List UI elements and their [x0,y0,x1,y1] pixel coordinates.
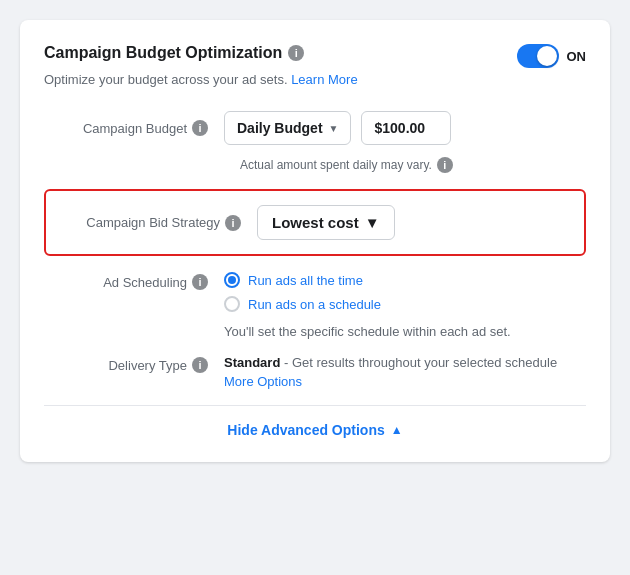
card-subtitle: Optimize your budget across your ad sets… [44,72,586,87]
radio-always-label: Run ads all the time [248,273,363,288]
radio-option-always: Run ads all the time [224,272,511,288]
radio-option-schedule: Run ads on a schedule [224,296,511,312]
radio-always-icon[interactable] [224,272,240,288]
cbo-toggle[interactable] [517,44,559,68]
card-title: Campaign Budget Optimization [44,44,282,62]
toggle-label: ON [567,49,587,64]
campaign-budget-row: Campaign Budget i Daily Budget ▼ [44,111,586,145]
toggle-knob [537,46,557,66]
scheduling-options: Run ads all the time Run ads on a schedu… [224,272,511,339]
budget-amount-input[interactable] [361,111,451,145]
bid-strategy-label: Campaign Bid Strategy i [62,215,257,231]
more-options-link[interactable]: More Options [224,374,302,389]
delivery-type-row: Delivery Type i Standard - Get results t… [44,355,586,389]
budget-type-dropdown[interactable]: Daily Budget ▼ [224,111,351,145]
ad-scheduling-row: Ad Scheduling i Run ads all the time Run… [44,272,586,339]
scheduling-info-icon[interactable]: i [192,274,208,290]
learn-more-link[interactable]: Learn More [291,72,357,87]
campaign-budget-optimization-card: Campaign Budget Optimization i ON Optimi… [20,20,610,462]
schedule-note: You'll set the specific schedule within … [224,324,511,339]
title-info-icon[interactable]: i [288,45,304,61]
delivery-info-icon[interactable]: i [192,357,208,373]
vary-note: Actual amount spent daily may vary. i [240,157,586,173]
ad-scheduling-label: Ad Scheduling i [44,272,224,290]
chevron-up-icon: ▲ [391,423,403,437]
vary-info-icon[interactable]: i [437,157,453,173]
delivery-bold-text: Standard [224,355,280,370]
bid-strategy-dropdown[interactable]: Lowest cost ▼ [257,205,395,240]
bid-strategy-info-icon[interactable]: i [225,215,241,231]
hide-advanced-label: Hide Advanced Options [227,422,384,438]
radio-schedule-label: Run ads on a schedule [248,297,381,312]
budget-dropdown-chevron-icon: ▼ [329,123,339,134]
delivery-type-label: Delivery Type i [44,355,224,373]
delivery-description: - Get results throughout your selected s… [284,355,557,370]
delivery-type-content: Standard - Get results throughout your s… [224,355,586,389]
bid-strategy-section: Campaign Bid Strategy i Lowest cost ▼ [44,189,586,256]
bid-strategy-chevron-icon: ▼ [365,214,380,231]
campaign-budget-label: Campaign Budget i [44,120,224,136]
toggle-area: ON [517,44,587,68]
hide-advanced-options-link[interactable]: Hide Advanced Options ▲ [44,405,586,438]
card-header: Campaign Budget Optimization i ON [44,44,586,68]
budget-info-icon[interactable]: i [192,120,208,136]
radio-schedule-icon[interactable] [224,296,240,312]
title-area: Campaign Budget Optimization i [44,44,304,62]
